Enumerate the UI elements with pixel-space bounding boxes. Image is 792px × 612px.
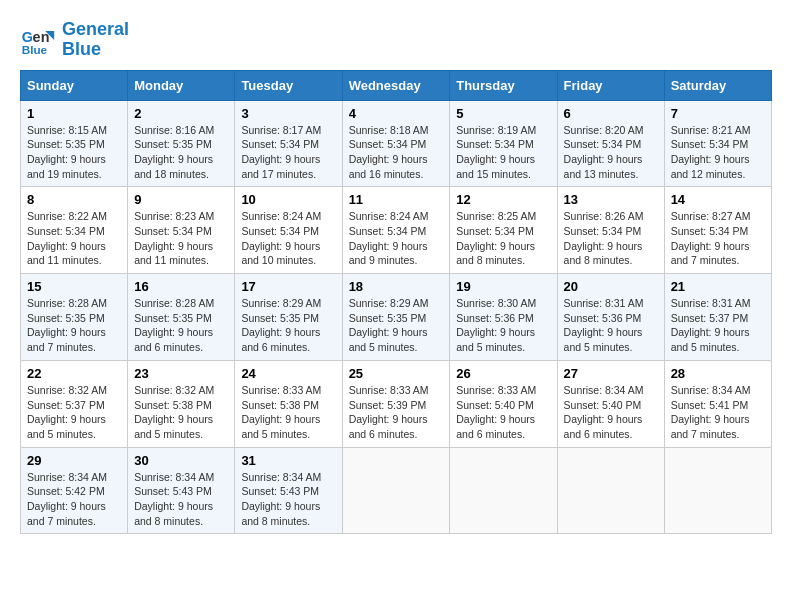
- day-number: 19: [456, 279, 550, 294]
- day-number: 30: [134, 453, 228, 468]
- day-number: 28: [671, 366, 765, 381]
- day-info: Sunrise: 8:32 AMSunset: 5:38 PMDaylight:…: [134, 384, 214, 440]
- calendar-table: SundayMondayTuesdayWednesdayThursdayFrid…: [20, 70, 772, 535]
- calendar-week-1: 1Sunrise: 8:15 AMSunset: 5:35 PMDaylight…: [21, 100, 772, 187]
- day-info: Sunrise: 8:29 AMSunset: 5:35 PMDaylight:…: [241, 297, 321, 353]
- calendar-cell: 18Sunrise: 8:29 AMSunset: 5:35 PMDayligh…: [342, 274, 450, 361]
- day-number: 6: [564, 106, 658, 121]
- calendar-cell: 8Sunrise: 8:22 AMSunset: 5:34 PMDaylight…: [21, 187, 128, 274]
- calendar-cell: 26Sunrise: 8:33 AMSunset: 5:40 PMDayligh…: [450, 360, 557, 447]
- day-info: Sunrise: 8:29 AMSunset: 5:35 PMDaylight:…: [349, 297, 429, 353]
- day-info: Sunrise: 8:30 AMSunset: 5:36 PMDaylight:…: [456, 297, 536, 353]
- calendar-cell: 24Sunrise: 8:33 AMSunset: 5:38 PMDayligh…: [235, 360, 342, 447]
- day-info: Sunrise: 8:28 AMSunset: 5:35 PMDaylight:…: [134, 297, 214, 353]
- calendar-cell: 29Sunrise: 8:34 AMSunset: 5:42 PMDayligh…: [21, 447, 128, 534]
- logo-text-general: General: [62, 20, 129, 40]
- calendar-week-3: 15Sunrise: 8:28 AMSunset: 5:35 PMDayligh…: [21, 274, 772, 361]
- logo-icon: G e n Blue: [20, 22, 56, 58]
- calendar-body: 1Sunrise: 8:15 AMSunset: 5:35 PMDaylight…: [21, 100, 772, 534]
- day-info: Sunrise: 8:26 AMSunset: 5:34 PMDaylight:…: [564, 210, 644, 266]
- day-info: Sunrise: 8:25 AMSunset: 5:34 PMDaylight:…: [456, 210, 536, 266]
- day-number: 22: [27, 366, 121, 381]
- header-saturday: Saturday: [664, 70, 771, 100]
- day-number: 13: [564, 192, 658, 207]
- day-number: 11: [349, 192, 444, 207]
- calendar-cell: [450, 447, 557, 534]
- day-number: 7: [671, 106, 765, 121]
- page-header: G e n Blue General Blue: [20, 20, 772, 60]
- day-info: Sunrise: 8:33 AMSunset: 5:40 PMDaylight:…: [456, 384, 536, 440]
- calendar-cell: [664, 447, 771, 534]
- calendar-cell: 15Sunrise: 8:28 AMSunset: 5:35 PMDayligh…: [21, 274, 128, 361]
- calendar-cell: 1Sunrise: 8:15 AMSunset: 5:35 PMDaylight…: [21, 100, 128, 187]
- header-wednesday: Wednesday: [342, 70, 450, 100]
- day-number: 17: [241, 279, 335, 294]
- day-info: Sunrise: 8:17 AMSunset: 5:34 PMDaylight:…: [241, 124, 321, 180]
- day-info: Sunrise: 8:34 AMSunset: 5:42 PMDaylight:…: [27, 471, 107, 527]
- day-info: Sunrise: 8:31 AMSunset: 5:36 PMDaylight:…: [564, 297, 644, 353]
- calendar-week-2: 8Sunrise: 8:22 AMSunset: 5:34 PMDaylight…: [21, 187, 772, 274]
- calendar-cell: 9Sunrise: 8:23 AMSunset: 5:34 PMDaylight…: [128, 187, 235, 274]
- day-number: 1: [27, 106, 121, 121]
- day-number: 16: [134, 279, 228, 294]
- calendar-cell: [557, 447, 664, 534]
- day-number: 21: [671, 279, 765, 294]
- calendar-cell: 20Sunrise: 8:31 AMSunset: 5:36 PMDayligh…: [557, 274, 664, 361]
- header-thursday: Thursday: [450, 70, 557, 100]
- logo-text-blue: Blue: [62, 40, 129, 60]
- calendar-cell: 5Sunrise: 8:19 AMSunset: 5:34 PMDaylight…: [450, 100, 557, 187]
- day-info: Sunrise: 8:34 AMSunset: 5:40 PMDaylight:…: [564, 384, 644, 440]
- calendar-cell: 10Sunrise: 8:24 AMSunset: 5:34 PMDayligh…: [235, 187, 342, 274]
- calendar-week-4: 22Sunrise: 8:32 AMSunset: 5:37 PMDayligh…: [21, 360, 772, 447]
- day-info: Sunrise: 8:31 AMSunset: 5:37 PMDaylight:…: [671, 297, 751, 353]
- day-number: 23: [134, 366, 228, 381]
- day-number: 26: [456, 366, 550, 381]
- day-info: Sunrise: 8:24 AMSunset: 5:34 PMDaylight:…: [349, 210, 429, 266]
- day-number: 8: [27, 192, 121, 207]
- day-number: 2: [134, 106, 228, 121]
- day-info: Sunrise: 8:23 AMSunset: 5:34 PMDaylight:…: [134, 210, 214, 266]
- day-number: 31: [241, 453, 335, 468]
- calendar-week-5: 29Sunrise: 8:34 AMSunset: 5:42 PMDayligh…: [21, 447, 772, 534]
- day-number: 14: [671, 192, 765, 207]
- svg-text:e: e: [33, 29, 41, 45]
- day-number: 10: [241, 192, 335, 207]
- day-info: Sunrise: 8:34 AMSunset: 5:41 PMDaylight:…: [671, 384, 751, 440]
- day-number: 3: [241, 106, 335, 121]
- calendar-cell: 2Sunrise: 8:16 AMSunset: 5:35 PMDaylight…: [128, 100, 235, 187]
- header-friday: Friday: [557, 70, 664, 100]
- calendar-cell: 6Sunrise: 8:20 AMSunset: 5:34 PMDaylight…: [557, 100, 664, 187]
- calendar-cell: 21Sunrise: 8:31 AMSunset: 5:37 PMDayligh…: [664, 274, 771, 361]
- day-info: Sunrise: 8:34 AMSunset: 5:43 PMDaylight:…: [241, 471, 321, 527]
- calendar-cell: 7Sunrise: 8:21 AMSunset: 5:34 PMDaylight…: [664, 100, 771, 187]
- calendar-cell: 30Sunrise: 8:34 AMSunset: 5:43 PMDayligh…: [128, 447, 235, 534]
- header-sunday: Sunday: [21, 70, 128, 100]
- calendar-cell: 16Sunrise: 8:28 AMSunset: 5:35 PMDayligh…: [128, 274, 235, 361]
- day-number: 12: [456, 192, 550, 207]
- logo: G e n Blue General Blue: [20, 20, 129, 60]
- calendar-cell: 3Sunrise: 8:17 AMSunset: 5:34 PMDaylight…: [235, 100, 342, 187]
- day-number: 5: [456, 106, 550, 121]
- day-info: Sunrise: 8:22 AMSunset: 5:34 PMDaylight:…: [27, 210, 107, 266]
- calendar-cell: 12Sunrise: 8:25 AMSunset: 5:34 PMDayligh…: [450, 187, 557, 274]
- day-number: 15: [27, 279, 121, 294]
- day-info: Sunrise: 8:24 AMSunset: 5:34 PMDaylight:…: [241, 210, 321, 266]
- calendar-cell: 22Sunrise: 8:32 AMSunset: 5:37 PMDayligh…: [21, 360, 128, 447]
- calendar-header-row: SundayMondayTuesdayWednesdayThursdayFrid…: [21, 70, 772, 100]
- day-number: 4: [349, 106, 444, 121]
- day-info: Sunrise: 8:34 AMSunset: 5:43 PMDaylight:…: [134, 471, 214, 527]
- day-info: Sunrise: 8:21 AMSunset: 5:34 PMDaylight:…: [671, 124, 751, 180]
- day-number: 29: [27, 453, 121, 468]
- calendar-cell: 27Sunrise: 8:34 AMSunset: 5:40 PMDayligh…: [557, 360, 664, 447]
- calendar-cell: 17Sunrise: 8:29 AMSunset: 5:35 PMDayligh…: [235, 274, 342, 361]
- day-info: Sunrise: 8:28 AMSunset: 5:35 PMDaylight:…: [27, 297, 107, 353]
- calendar-cell: 11Sunrise: 8:24 AMSunset: 5:34 PMDayligh…: [342, 187, 450, 274]
- day-info: Sunrise: 8:16 AMSunset: 5:35 PMDaylight:…: [134, 124, 214, 180]
- day-info: Sunrise: 8:33 AMSunset: 5:38 PMDaylight:…: [241, 384, 321, 440]
- day-number: 27: [564, 366, 658, 381]
- day-number: 25: [349, 366, 444, 381]
- svg-text:G: G: [22, 29, 33, 45]
- calendar-cell: 23Sunrise: 8:32 AMSunset: 5:38 PMDayligh…: [128, 360, 235, 447]
- calendar-cell: 13Sunrise: 8:26 AMSunset: 5:34 PMDayligh…: [557, 187, 664, 274]
- day-info: Sunrise: 8:18 AMSunset: 5:34 PMDaylight:…: [349, 124, 429, 180]
